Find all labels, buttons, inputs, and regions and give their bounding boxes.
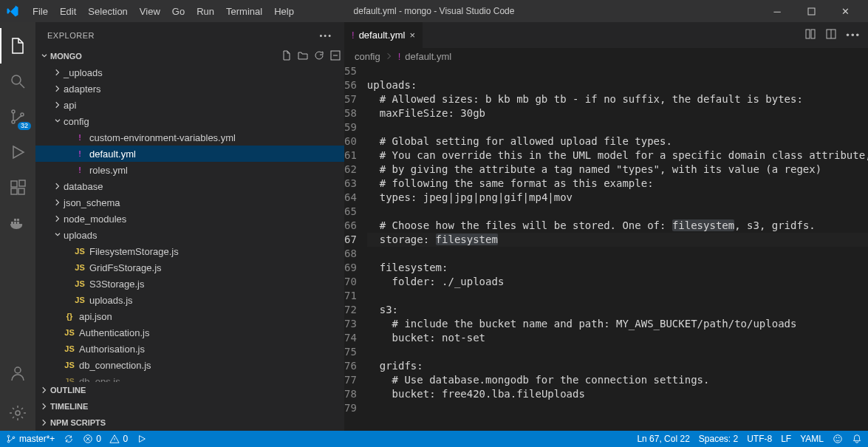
svg-rect-5	[11, 181, 17, 187]
file-roles.yml[interactable]: !roles.yml	[35, 162, 344, 178]
folder-json_schema[interactable]: json_schema	[35, 194, 344, 211]
encoding[interactable]: UTF-8	[747, 434, 772, 444]
menu-selection[interactable]: Selection	[82, 0, 133, 22]
new-folder-icon[interactable]	[297, 50, 309, 63]
collapse-icon[interactable]	[329, 50, 341, 63]
file-S3Storage.js[interactable]: JSS3Storage.js	[35, 276, 344, 292]
section-outline[interactable]: OUTLINE	[35, 382, 344, 398]
svg-rect-9	[11, 222, 13, 224]
new-file-icon[interactable]	[281, 50, 293, 63]
menu-view[interactable]: View	[134, 0, 166, 22]
folder-database[interactable]: database	[35, 178, 344, 194]
window-close[interactable]: ✕	[828, 0, 862, 22]
vscode-logo	[6, 4, 19, 18]
breadcrumb[interactable]: config ! default.yml	[344, 48, 868, 64]
tab-bar: ! default.yml × •••	[344, 22, 868, 48]
refresh-icon[interactable]	[313, 50, 325, 63]
tree-label: default.yml	[89, 149, 136, 160]
window-maximize[interactable]	[794, 0, 828, 22]
js-file-icon: JS	[74, 296, 86, 304]
folder-section[interactable]: MONGO	[35, 48, 344, 64]
sync-icon[interactable]	[64, 434, 74, 444]
yml-file-icon: !	[74, 149, 86, 158]
eol[interactable]: LF	[781, 434, 791, 444]
file-uploads.js[interactable]: JSuploads.js	[35, 292, 344, 308]
menubar: FileEditSelectionViewGoRunTerminalHelp d…	[0, 0, 868, 22]
docker-icon[interactable]	[0, 205, 35, 241]
section-timeline[interactable]: TIMELINE	[35, 398, 344, 414]
yaml-file-icon: !	[398, 51, 401, 62]
folder-config[interactable]: config	[35, 113, 344, 129]
menu-go[interactable]: Go	[166, 0, 191, 22]
tree-label: adapters	[64, 83, 101, 95]
svg-point-14	[15, 367, 21, 373]
scm-badge: 32	[18, 122, 31, 130]
feedback-icon[interactable]	[833, 434, 843, 444]
run-debug-icon[interactable]	[0, 134, 35, 170]
editor-more-icon[interactable]: •••	[846, 30, 861, 41]
tab-default-yml[interactable]: ! default.yml ×	[344, 22, 423, 48]
notifications-icon[interactable]	[852, 434, 862, 444]
svg-point-26	[838, 437, 839, 438]
window-minimize[interactable]: ─	[760, 0, 794, 22]
menu-help[interactable]: Help	[268, 0, 300, 22]
code-editor[interactable]: 5556575859606162636465666768697071727374…	[344, 64, 868, 431]
extensions-icon[interactable]	[0, 170, 35, 205]
file-db_connection.js[interactable]: JSdb_connection.js	[35, 357, 344, 373]
breadcrumb-folder[interactable]: config	[355, 51, 380, 62]
file-tree: _uploadsadaptersapiconfig!custom-environ…	[35, 64, 344, 382]
tree-label: json_schema	[64, 197, 120, 208]
js-file-icon: JS	[74, 247, 86, 256]
folder-node_modules[interactable]: node_modules	[35, 211, 344, 227]
tree-label: db_ops.js	[79, 376, 120, 383]
svg-rect-0	[808, 8, 815, 15]
file-FilesystemStorage.js[interactable]: JSFilesystemStorage.js	[35, 243, 344, 259]
split-icon[interactable]	[825, 28, 837, 42]
menu-edit[interactable]: Edit	[54, 0, 82, 22]
file-db_ops.js[interactable]: JSdb_ops.js	[35, 373, 344, 382]
code-lines[interactable]: uploads: # Allowed sizes: b kb mb gb tb …	[367, 64, 868, 431]
menu-file[interactable]: File	[27, 0, 54, 22]
svg-rect-7	[18, 188, 24, 194]
tree-label: custom-environment-variables.yml	[89, 132, 236, 143]
folder-uploads[interactable]: uploads	[35, 227, 344, 243]
js-file-icon: JS	[74, 279, 86, 288]
explorer-icon[interactable]	[0, 28, 35, 64]
yaml-file-icon: !	[352, 30, 355, 41]
settings-icon[interactable]	[0, 395, 35, 431]
tree-label: _uploads	[64, 67, 103, 78]
tree-label: node_modules	[64, 214, 126, 225]
svg-point-2	[12, 110, 15, 113]
cursor-position[interactable]: Ln 67, Col 22	[637, 434, 689, 444]
folder-adapters[interactable]: adapters	[35, 81, 344, 97]
root-folder-name: MONGO	[50, 52, 82, 61]
folder-_uploads[interactable]: _uploads	[35, 64, 344, 81]
file-default.yml[interactable]: !default.yml	[35, 146, 344, 162]
git-branch[interactable]: master*+	[6, 434, 55, 444]
menu-run[interactable]: Run	[191, 0, 220, 22]
line-gutter: 5556575859606162636465666768697071727374…	[344, 64, 367, 431]
source-control-icon[interactable]: 32	[0, 99, 35, 134]
breadcrumb-file[interactable]: default.yml	[405, 51, 451, 62]
status-bar: master*+ 0 0 Ln 67, Col 22 Spaces: 2 UTF…	[0, 431, 868, 447]
file-GridFsStorage.js[interactable]: JSGridFsStorage.js	[35, 259, 344, 276]
file-api.json[interactable]: {}api.json	[35, 308, 344, 324]
file-custom-environment-variables.yml[interactable]: !custom-environment-variables.yml	[35, 129, 344, 146]
compare-icon[interactable]	[804, 28, 816, 42]
problems[interactable]: 0 0	[83, 434, 128, 444]
account-icon[interactable]	[0, 355, 35, 391]
window-title: default.yml - mongo - Visual Studio Code	[354, 6, 515, 16]
menu-terminal[interactable]: Terminal	[220, 0, 268, 22]
explorer-more-icon[interactable]: •••	[319, 31, 332, 40]
yml-file-icon: !	[74, 166, 86, 174]
file-Authentication.js[interactable]: JSAuthentication.js	[35, 324, 344, 341]
close-icon[interactable]: ×	[410, 30, 416, 41]
search-icon[interactable]	[0, 64, 35, 99]
file-Authorisation.js[interactable]: JSAuthorisation.js	[35, 341, 344, 357]
language-mode[interactable]: YAML	[800, 434, 824, 444]
tree-label: S3Storage.js	[89, 279, 144, 290]
section-npm-scripts[interactable]: NPM SCRIPTS	[35, 414, 344, 431]
debug-start[interactable]	[137, 434, 147, 444]
folder-api[interactable]: api	[35, 97, 344, 113]
indent[interactable]: Spaces: 2	[699, 434, 738, 444]
